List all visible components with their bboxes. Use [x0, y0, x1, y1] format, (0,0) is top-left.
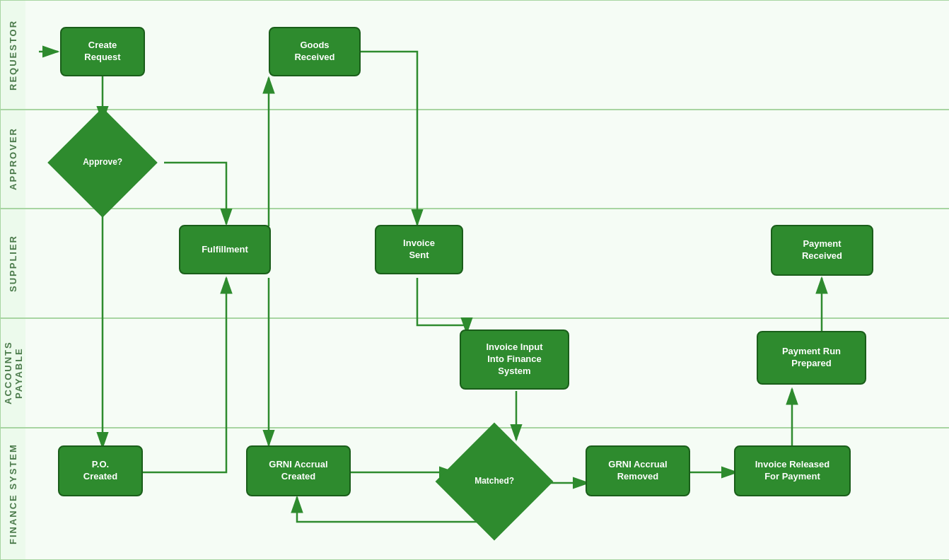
- node-invoice-released: Invoice ReleasedFor Payment: [734, 445, 851, 496]
- node-payment-run: Payment RunPrepared: [757, 331, 866, 385]
- lane-ap-label: ACCOUNTS PAYABLE: [0, 319, 25, 427]
- node-grni-accrual-created: GRNI AccrualCreated: [246, 445, 351, 496]
- lane-finance-label: FINANCE SYSTEM: [0, 428, 25, 559]
- lane-supplier-label: SUPPLIER: [0, 209, 25, 317]
- lane-requestor-label: REQUESTOR: [0, 1, 25, 109]
- diagram-container: REQUESTOR APPROVER SUPPLIER ACCOUNTS PAY…: [0, 0, 949, 560]
- node-payment-received: PaymentReceived: [771, 225, 873, 276]
- node-invoice-sent: InvoiceSent: [375, 225, 463, 274]
- node-po-created: P.O.Created: [58, 445, 143, 496]
- node-create-request: CreateRequest: [60, 27, 145, 76]
- node-fulfillment: Fulfillment: [179, 225, 271, 274]
- node-goods-received: GoodsReceived: [269, 27, 361, 76]
- node-grni-removed: GRNI AccrualRemoved: [586, 445, 690, 496]
- lane-approver-label: APPROVER: [0, 110, 25, 208]
- node-invoice-input: Invoice InputInto FinanceSystem: [460, 329, 569, 390]
